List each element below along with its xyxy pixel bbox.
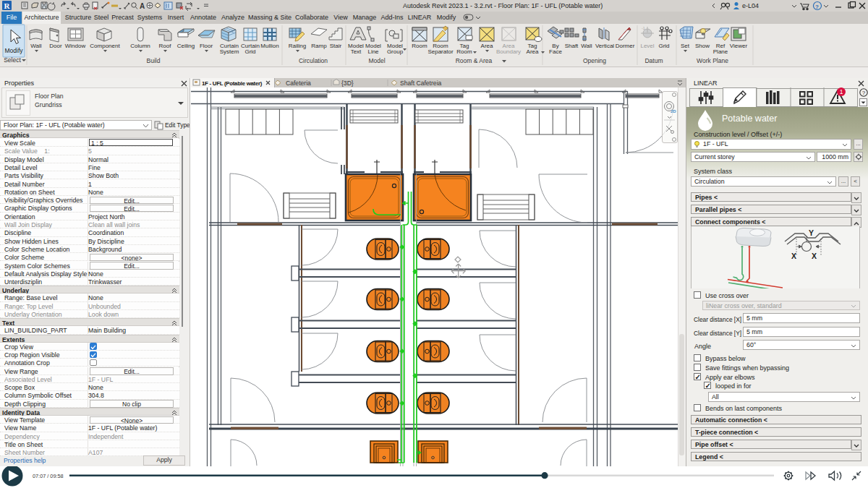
svg-text:Face: Face	[549, 48, 562, 55]
svg-text:07:07 / 09:58: 07:07 / 09:58	[33, 473, 64, 479]
svg-text:Line: Line	[367, 48, 379, 55]
svg-text:Opening: Opening	[583, 57, 606, 64]
svg-text:Wall: Wall	[30, 43, 41, 49]
svg-text:Floor: Floor	[200, 43, 213, 49]
svg-text:Viewer: Viewer	[730, 43, 748, 49]
svg-text:?: ?	[815, 4, 819, 10]
svg-text:A: A	[140, 2, 145, 10]
svg-text:Window: Window	[65, 43, 86, 49]
svg-text:Build: Build	[147, 57, 161, 64]
svg-text:Area: Area	[481, 43, 493, 49]
svg-text:Column: Column	[130, 43, 150, 49]
svg-text:Railing: Railing	[289, 43, 306, 49]
svg-text:Component: Component	[90, 43, 120, 49]
svg-text:Show: Show	[695, 43, 710, 49]
svg-text:Y: Y	[809, 228, 814, 237]
svg-text:Work Plane: Work Plane	[697, 57, 728, 64]
svg-text:R: R	[4, 1, 11, 10]
svg-text:X: X	[791, 252, 796, 260]
svg-text:Mullion: Mullion	[260, 43, 278, 49]
svg-text:Ramp: Ramp	[311, 43, 327, 49]
svg-text:Autodesk Revit 2023.1 - 3.2.rv: Autodesk Revit 2023.1 - 3.2.rvt - Floor …	[403, 2, 603, 9]
svg-text:Text: Text	[351, 48, 362, 55]
svg-text:Boundary: Boundary	[496, 48, 521, 55]
svg-text:2D: 2D	[671, 109, 676, 114]
svg-text:System: System	[220, 48, 239, 55]
svg-text:Group: Group	[387, 48, 404, 55]
svg-text:Room: Room	[456, 48, 472, 55]
svg-text:Door: Door	[49, 43, 62, 49]
svg-text:Room & Area: Room & Area	[456, 57, 493, 64]
svg-text:Datum: Datum	[644, 57, 663, 64]
svg-text:Separator: Separator	[427, 48, 453, 55]
svg-text:Stair: Stair	[330, 43, 342, 49]
svg-text:Level: Level	[640, 43, 654, 49]
svg-text:Modify: Modify	[4, 47, 23, 54]
svg-text:Wall: Wall	[581, 43, 592, 49]
svg-text:Grid: Grid	[244, 48, 255, 55]
svg-text:Plane: Plane	[713, 48, 728, 55]
svg-text:Model: Model	[368, 57, 385, 64]
svg-text:Area: Area	[527, 48, 539, 55]
svg-text:Set: Set	[681, 43, 690, 49]
svg-text:Room: Room	[412, 43, 427, 49]
svg-text:Dormer: Dormer	[616, 43, 635, 49]
svg-text:e-L04: e-L04	[742, 2, 759, 9]
svg-text:X: X	[812, 252, 817, 260]
svg-text:Grid: Grid	[658, 43, 669, 49]
svg-text:Circulation: Circulation	[299, 57, 328, 64]
svg-text:Vertical: Vertical	[595, 43, 614, 49]
svg-text:Select: Select	[4, 56, 21, 64]
svg-text:Roof: Roof	[159, 43, 172, 49]
svg-text:-1: -1	[642, 26, 645, 30]
svg-text:Shaft: Shaft	[565, 43, 579, 49]
svg-text:?: ?	[862, 90, 866, 96]
svg-text:1: 1	[840, 88, 843, 95]
svg-text:Ceiling: Ceiling	[177, 43, 195, 49]
